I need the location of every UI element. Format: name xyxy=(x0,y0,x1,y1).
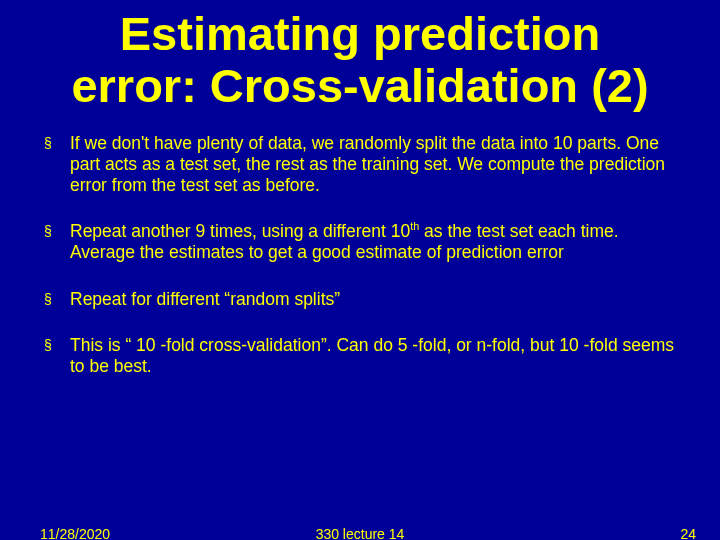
bullet-text: If we don't have plenty of data, we rand… xyxy=(70,133,665,194)
footer-center: 330 lecture 14 xyxy=(0,526,720,540)
bullet-text-frag: Repeat another 9 times, using a differen… xyxy=(70,221,410,241)
ordinal-suffix: th xyxy=(410,220,419,232)
bullet-text: This is “ 10 -fold cross-validation”. Ca… xyxy=(70,335,674,376)
bullet-text: Repeat another 9 times, using a differen… xyxy=(70,221,619,262)
title-line-1: Estimating prediction xyxy=(120,7,601,60)
bullet-text: Repeat for different “random splits” xyxy=(70,289,340,309)
bullet-item: § If we don't have plenty of data, we ra… xyxy=(40,133,680,195)
bullet-item: § This is “ 10 -fold cross-validation”. … xyxy=(40,335,680,376)
bullet-item: § Repeat for different “random splits” xyxy=(40,289,680,310)
title-line-2: error: Cross-validation (2) xyxy=(71,59,648,112)
bullet-marker-icon: § xyxy=(44,223,52,240)
footer-page-number: 24 xyxy=(680,526,696,540)
bullet-marker-icon: § xyxy=(44,291,52,308)
bullet-item: § Repeat another 9 times, using a differ… xyxy=(40,221,680,262)
slide-body: § If we don't have plenty of data, we ra… xyxy=(0,111,720,376)
bullet-list: § If we don't have plenty of data, we ra… xyxy=(40,133,680,376)
slide-title: Estimating prediction error: Cross-valid… xyxy=(0,0,720,111)
bullet-marker-icon: § xyxy=(44,135,52,152)
bullet-marker-icon: § xyxy=(44,337,52,354)
